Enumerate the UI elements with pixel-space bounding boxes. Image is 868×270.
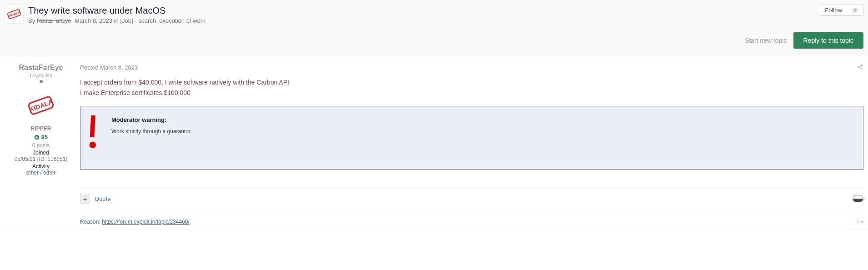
post-meta: Posted March 8, 2023 <box>80 64 863 71</box>
multiquote-button[interactable]: + <box>80 194 90 204</box>
post-meta-left: Posted March 8, 2023 <box>80 64 138 71</box>
post-footer-left: + Quote <box>80 194 110 204</box>
post-main: Posted March 8, 2023 I accept orders fro… <box>77 64 863 225</box>
reply-button[interactable]: Reply to this topic <box>793 32 864 49</box>
topic-actions: Start new topic Reply to this topic <box>5 32 863 49</box>
signature-collapse[interactable]: × ▾ <box>856 219 863 225</box>
posted-prefix: Posted <box>80 64 98 71</box>
author-tag: RIPPER <box>5 125 77 132</box>
author-activity-label: Activity <box>5 163 77 170</box>
kidala-badge-icon: KIDALA <box>22 87 60 124</box>
author-activity-link[interactable]: other / other <box>26 170 56 176</box>
reason-label: Reason: <box>80 219 102 225</box>
author-name[interactable]: RastaFarEye <box>5 64 77 72</box>
mod-warning-text: Work strictly through a guarantor. <box>111 127 192 135</box>
topic-title-block: They write software under MacOS By Rasta… <box>28 5 815 24</box>
post: RastaFarEye Crypto-Kit KIDALA RIPPER 95 … <box>0 56 868 230</box>
topic-header: KIDALA They write software under MacOS B… <box>0 0 868 56</box>
post-meta-right <box>857 64 863 71</box>
byline-by: By <box>28 17 35 24</box>
topic-byline: By RastaFarEye, March 8, 2023 in [Job] -… <box>28 17 815 24</box>
author-activity-value: other / other <box>5 170 77 176</box>
share-icon[interactable] <box>857 64 863 71</box>
quote-link[interactable]: Quote <box>95 195 110 202</box>
post-signature: Reason: https://forum.exploit.in/topic/2… <box>80 213 863 225</box>
follow-count: 2 <box>852 8 858 13</box>
post-line-2: I make Enterprise certificates $100,000 <box>80 88 863 98</box>
author-rep-value: 95 <box>41 134 48 140</box>
signature-content: Reason: https://forum.exploit.in/topic/2… <box>80 219 190 225</box>
topic-title: They write software under MacOS <box>28 5 815 16</box>
svg-point-7 <box>861 68 863 70</box>
rep-plus-icon <box>34 135 40 140</box>
reason-link[interactable]: https://forum.exploit.in/topic/234460/ <box>102 219 190 225</box>
svg-point-6 <box>861 65 863 66</box>
author-reputation[interactable]: 95 <box>34 134 48 140</box>
topic-header-top: KIDALA They write software under MacOS B… <box>5 5 863 24</box>
moderator-warning: Moderator warning: Work strictly through… <box>80 106 863 170</box>
byline-forum[interactable]: [Job] - search, execution of work <box>120 17 205 24</box>
mod-warning-content: Moderator warning: Work strictly through… <box>111 115 192 135</box>
follow-label: Follow <box>825 7 842 14</box>
start-topic-link[interactable]: Start new topic <box>745 37 787 44</box>
status-dot-icon <box>40 80 43 83</box>
topic-avatar[interactable]: KIDALA <box>5 5 24 24</box>
author-avatar[interactable]: KIDALA <box>25 89 57 122</box>
post-footer: + Quote <box>80 189 863 204</box>
follow-button[interactable]: Follow 2 <box>820 5 863 16</box>
kidala-badge-icon: KIDALA <box>4 4 24 24</box>
author-joined-value: 05/05/21 (ID: 116351) <box>5 156 77 162</box>
byline-date[interactable]: March 8, 2023 <box>75 17 112 24</box>
svg-point-9 <box>90 142 96 148</box>
author-posts: 0 posts <box>5 142 77 149</box>
post-line-1: I accept orders from $40,000, I write so… <box>80 78 863 87</box>
byline-author[interactable]: RastaFarEye <box>37 17 71 24</box>
author-joined-label: Joined <box>5 150 77 156</box>
reaction-widget[interactable] <box>853 195 863 202</box>
posted-date[interactable]: March 8, 2023 <box>100 64 138 71</box>
byline-in: in <box>114 17 119 24</box>
byline-comma: , <box>71 17 75 24</box>
author-group: Crypto-Kit <box>5 73 77 78</box>
author-panel: RastaFarEye Crypto-Kit KIDALA RIPPER 95 … <box>5 64 77 225</box>
post-body: I accept orders from $40,000, I write so… <box>80 78 863 170</box>
exclamation-icon <box>87 115 100 151</box>
mod-warning-title: Moderator warning: <box>111 115 192 125</box>
svg-rect-8 <box>90 115 95 137</box>
